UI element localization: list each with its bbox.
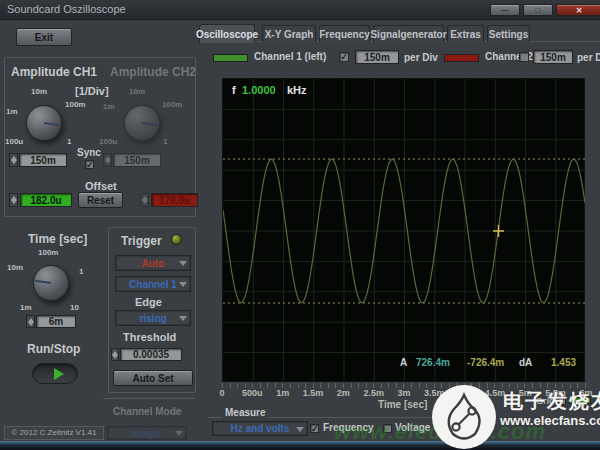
amplitude-ch1-value[interactable]: 150m <box>19 153 67 167</box>
app-window: Soundcard Oszilloscope — □ ✕ Exit Amplit… <box>0 0 600 450</box>
channel-mode-label: Channel Mode <box>113 406 181 417</box>
bottom-strip <box>0 441 600 450</box>
scope-freq-label: f <box>232 84 236 96</box>
title-bar: Soundcard Oszilloscope — □ ✕ <box>0 0 600 20</box>
channel1-label: Channel 1 (left) <box>254 51 326 62</box>
offset-label: Offset <box>85 180 117 192</box>
knob-scale-label: 100u <box>5 137 23 146</box>
x-tick: 0 <box>208 388 236 399</box>
knob-scale-label: 1m <box>6 107 18 116</box>
scope-freq-value: 1.0000 <box>242 84 276 96</box>
measure-mode-dropdown[interactable]: Hz and volts <box>212 421 308 436</box>
knob-scale-label: 1m <box>103 102 115 111</box>
channel2-perdiv-label: per Div <box>577 52 600 63</box>
knob-scale-label: 1 <box>79 267 83 276</box>
trigger-mode-dropdown[interactable]: Auto <box>115 255 191 271</box>
amplitude-ch2-knob[interactable] <box>124 105 160 141</box>
maximize-button[interactable]: □ <box>523 4 553 16</box>
x-tick: 2m <box>329 388 357 399</box>
trigger-source-dropdown[interactable]: Channel 1 <box>115 276 191 292</box>
channel1-color-swatch <box>213 54 248 62</box>
offset-ch1-spinner[interactable] <box>9 193 18 207</box>
channel2-checkbox[interactable] <box>519 52 529 62</box>
measure-mode-value: Hz and volts <box>231 423 290 434</box>
frequency-label: Frequency <box>323 422 374 433</box>
dropdown-arrow-icon <box>175 431 183 436</box>
amplitude-unit-label: [1/Div] <box>75 85 109 97</box>
trigger-mode-value: Auto <box>142 258 165 269</box>
amplitude-ch1-title: Amplitude CH1 <box>11 65 97 79</box>
grid-label: Grid <box>536 396 555 406</box>
channel1-perdiv-label: per Div <box>404 52 438 63</box>
copyright-label: © 2012 C.Zeitnitz V1.41 <box>4 426 104 440</box>
threshold-spinner[interactable] <box>111 348 119 361</box>
knob-scale-label: 10m <box>31 87 47 96</box>
meas-a-label: A <box>400 357 407 368</box>
voltage-checkbox[interactable] <box>383 424 392 433</box>
tab-settings[interactable]: Settings <box>487 25 530 42</box>
dropdown-arrow-icon <box>179 261 187 266</box>
amplitude-ch2-spinner[interactable] <box>103 153 112 167</box>
x-tick: 4.5m <box>481 388 509 399</box>
threshold-value[interactable]: 0.00035 <box>120 348 182 361</box>
knob-scale-label: 100u <box>99 137 117 146</box>
trigger-group: Trigger Auto Channel 1 Edge rising Thres… <box>108 227 196 393</box>
channel2-perdiv-value[interactable]: 150m <box>533 50 573 64</box>
dropdown-arrow-icon <box>179 316 187 321</box>
amplitude-ch2-title: Amplitude CH2 <box>110 65 196 79</box>
time-spinner[interactable] <box>26 315 35 328</box>
offset-ch1-value[interactable]: 182.0u <box>20 193 72 207</box>
tab-xy-graph[interactable]: X-Y Graph <box>262 25 316 42</box>
scope-display[interactable] <box>222 78 585 382</box>
offset-ch2-spinner[interactable] <box>140 193 149 207</box>
runstop-toggle[interactable] <box>32 363 78 384</box>
offset-ch2-value[interactable]: 170.0u <box>151 193 198 207</box>
amplitude-ch1-spinner[interactable] <box>9 153 18 167</box>
channel-mode-box-edge <box>103 398 195 399</box>
amplitude-ch2-value[interactable]: 150m <box>113 153 161 167</box>
amplitude-ch1-knob[interactable] <box>26 105 62 141</box>
play-icon <box>54 368 64 380</box>
knob-pointer <box>35 280 51 284</box>
window-title: Soundcard Oszilloscope <box>7 3 126 15</box>
knob-scale-label: 100m <box>162 100 182 109</box>
channel-mode-dropdown[interactable]: single <box>107 426 187 440</box>
channel1-checkbox[interactable] <box>339 52 349 62</box>
watermark-url-text: www.elecfans.com <box>500 413 600 428</box>
knob-scale-label: 10m <box>129 87 145 96</box>
knob-scale-label: 1 <box>67 137 71 146</box>
tab-frequency[interactable]: Frequency <box>319 25 370 42</box>
tab-extras[interactable]: Extras <box>447 25 484 42</box>
knob-scale-label: 10 <box>70 303 79 312</box>
grid-checkbox[interactable] <box>558 397 566 405</box>
knob-scale-label: 10m <box>7 263 23 272</box>
minimize-button[interactable]: — <box>490 4 520 16</box>
knob-scale-label: 100m <box>65 100 85 109</box>
channel1-perdiv-value[interactable]: 150m <box>355 50 399 64</box>
meas-da-value: 1.453 <box>551 357 576 368</box>
knob-pointer <box>44 122 60 126</box>
time-value[interactable]: 6m <box>36 315 76 328</box>
x-tick: 3.5m <box>420 388 448 399</box>
frequency-checkbox[interactable] <box>310 424 319 433</box>
sync-checkbox[interactable] <box>85 160 94 169</box>
close-button[interactable]: ✕ <box>556 4 600 16</box>
exit-button[interactable]: Exit <box>16 28 72 46</box>
channel-mode-value: single <box>133 428 162 439</box>
time-knob[interactable] <box>33 265 69 301</box>
x-axis-title: Time [sec] <box>378 399 427 410</box>
offset-reset-button[interactable]: Reset <box>78 192 123 208</box>
meas-a-max: 726.4m <box>416 357 450 368</box>
x-tick: 4m <box>451 388 479 399</box>
tab-oscilloscope[interactable]: Oscilloscope <box>199 24 255 43</box>
time-title: Time [sec] <box>28 232 87 246</box>
autoset-button[interactable]: Auto Set <box>113 370 193 386</box>
tab-signalgenerator[interactable]: Signalgenerator <box>373 25 444 42</box>
channel2-color-swatch <box>444 54 479 62</box>
amplitude-group: Amplitude CH1 Amplitude CH2 [1/Div] 10m … <box>4 57 196 217</box>
measure-title: Measure <box>222 407 269 418</box>
trigger-edge-dropdown[interactable]: rising <box>115 310 191 326</box>
knob-pointer <box>142 122 158 126</box>
trigger-title: Trigger <box>121 234 162 248</box>
trigger-led <box>171 234 182 245</box>
